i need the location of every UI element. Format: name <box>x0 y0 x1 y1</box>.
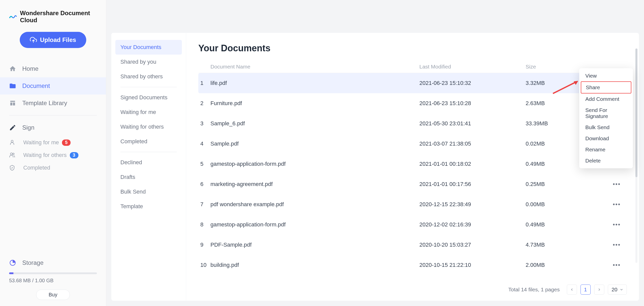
svg-point-2 <box>13 153 14 155</box>
sec-divider <box>120 152 177 152</box>
scrollbar[interactable] <box>635 49 637 263</box>
row-index: 7 <box>198 201 210 208</box>
more-actions-button[interactable]: ••• <box>613 181 620 187</box>
upload-files-button[interactable]: Upload Files <box>20 32 86 48</box>
nav-document[interactable]: Document <box>0 77 106 95</box>
col-last-modified[interactable]: Last Modified <box>419 64 526 70</box>
row-size: 0.25MB <box>526 181 607 187</box>
table-row[interactable]: 5gamestop-application-form.pdf2021-01-01… <box>198 154 627 174</box>
page-title: Your Documents <box>198 43 627 54</box>
cloud-upload-icon <box>30 36 37 43</box>
ctx-rename[interactable]: Rename <box>581 144 631 155</box>
main-area: Your Documents Shared by you Shared by o… <box>106 0 644 306</box>
storage-fill <box>9 272 13 274</box>
ctx-add-comment[interactable]: Add Comment <box>581 93 631 105</box>
ctx-send-for-signature[interactable]: Send For Signature <box>581 105 631 122</box>
ctx-view[interactable]: View <box>581 70 631 81</box>
row-index: 10 <box>198 262 210 268</box>
pagination: Total 14 files, 1 pages 1 20 <box>508 285 627 295</box>
table-row[interactable]: 8gamestop-application-form.pdf2020-12-02… <box>198 215 627 235</box>
row-name: Furniture.pdf <box>210 100 419 107</box>
row-name: PDF-Sample.pdf <box>210 242 419 248</box>
page-1-button[interactable]: 1 <box>581 285 591 295</box>
sec-signed-documents[interactable]: Signed Documents <box>115 90 182 105</box>
row-modified: 2020-10-15 21:22:10 <box>419 262 526 268</box>
row-index: 8 <box>198 221 210 228</box>
sec-declined[interactable]: Declined <box>115 155 182 170</box>
ctx-download[interactable]: Download <box>581 133 631 144</box>
more-actions-button[interactable]: ••• <box>613 262 620 268</box>
nav-sign[interactable]: Sign <box>0 119 106 136</box>
page-size-select[interactable]: 20 <box>608 285 627 295</box>
nav-divider <box>9 115 97 115</box>
row-name: Sample_6.pdf <box>210 120 419 127</box>
row-name: life.pdf <box>210 80 419 86</box>
row-modified: 2021-03-07 21:38:05 <box>419 140 526 147</box>
context-menu: View Share Add Comment Send For Signatur… <box>579 68 633 168</box>
ctx-bulk-send[interactable]: Bulk Send <box>581 122 631 133</box>
table-row[interactable]: 6marketing-agreement.pdf2021-01-01 00:17… <box>198 174 627 194</box>
nav-waiting-for-me[interactable]: Waiting for me 5 <box>0 136 106 149</box>
storage-section: Storage 53.68 MB / 1.00 GB Buy <box>0 259 106 300</box>
folder-icon <box>9 82 16 89</box>
storage-usage-text: 53.68 MB / 1.00 GB <box>9 278 97 284</box>
sec-completed[interactable]: Completed <box>115 134 182 149</box>
users-icon <box>9 152 15 158</box>
sec-waiting-for-me[interactable]: Waiting for me <box>115 105 182 120</box>
table-row[interactable]: 10building.pdf2020-10-15 21:22:102.00MB•… <box>198 255 627 275</box>
row-name: building.pdf <box>210 262 419 268</box>
waiting-others-badge: 3 <box>70 152 78 158</box>
more-actions-button[interactable]: ••• <box>613 201 620 208</box>
row-modified: 2020-10-20 15:03:27 <box>419 242 526 248</box>
annotation-arrow-icon <box>550 78 581 96</box>
nav-waiting-for-others[interactable]: Waiting for others 3 <box>0 149 106 161</box>
upload-label: Upload Files <box>40 36 76 43</box>
page-next-button[interactable] <box>594 285 604 295</box>
row-index: 2 <box>198 100 210 107</box>
sec-template[interactable]: Template <box>115 199 182 214</box>
col-document-name[interactable]: Document Name <box>210 64 419 70</box>
row-index: 9 <box>198 242 210 248</box>
chevron-right-icon <box>598 288 601 291</box>
scrollbar-thumb[interactable] <box>635 49 637 177</box>
more-actions-button[interactable]: ••• <box>613 221 620 228</box>
sec-waiting-for-others[interactable]: Waiting for others <box>115 120 182 134</box>
sec-shared-by-others[interactable]: Shared by others <box>115 69 182 84</box>
ctx-share[interactable]: Share <box>581 81 631 93</box>
table-row[interactable]: 3Sample_6.pdf2021-05-30 23:01:4133.39MB•… <box>198 113 627 134</box>
template-icon <box>9 100 16 107</box>
nav-completed[interactable]: Completed <box>0 161 106 174</box>
row-size: 0.00MB <box>526 201 607 208</box>
row-modified: 2021-05-30 23:01:41 <box>419 120 526 127</box>
table-row[interactable]: 7pdf wondershare example.pdf2020-12-15 2… <box>198 194 627 215</box>
row-index: 6 <box>198 181 210 187</box>
sec-drafts[interactable]: Drafts <box>115 170 182 184</box>
row-index: 4 <box>198 140 210 147</box>
pagination-summary: Total 14 files, 1 pages <box>508 287 560 293</box>
row-name: Sample.pdf <box>210 140 419 147</box>
nav-home[interactable]: Home <box>0 60 106 77</box>
more-actions-button[interactable]: ••• <box>613 241 620 248</box>
sec-shared-by-you[interactable]: Shared by you <box>115 55 182 69</box>
brand[interactable]: Wondershare Document Cloud <box>0 6 106 32</box>
sec-your-documents[interactable]: Your Documents <box>115 40 182 55</box>
row-index: 3 <box>198 120 210 127</box>
table-body: 1life.pdf2021-06-23 15:10:323.32MB•••2Fu… <box>198 73 627 275</box>
sec-divider <box>120 87 177 87</box>
nav-template-library[interactable]: Template Library <box>0 95 106 112</box>
row-name: gamestop-application-form.pdf <box>210 221 419 228</box>
secondary-sidebar: Your Documents Shared by you Shared by o… <box>111 33 186 301</box>
table-row[interactable]: 4Sample.pdf2021-03-07 21:38:050.02MB••• <box>198 134 627 154</box>
table-row[interactable]: 2Furniture.pdf2021-06-23 15:10:282.63MB•… <box>198 93 627 113</box>
buy-button[interactable]: Buy <box>36 290 70 300</box>
brand-logo-icon <box>9 13 17 20</box>
table-row[interactable]: 9PDF-Sample.pdf2020-10-20 15:03:274.73MB… <box>198 235 627 255</box>
pie-chart-icon <box>9 259 16 266</box>
brand-name: Wondershare Document Cloud <box>20 10 97 24</box>
row-name: gamestop-application-form.pdf <box>210 161 419 167</box>
row-index: 5 <box>198 161 210 167</box>
ctx-delete[interactable]: Delete <box>581 155 631 166</box>
page-prev-button[interactable] <box>567 285 577 295</box>
sec-bulk-send[interactable]: Bulk Send <box>115 184 182 199</box>
row-index: 1 <box>198 80 210 86</box>
